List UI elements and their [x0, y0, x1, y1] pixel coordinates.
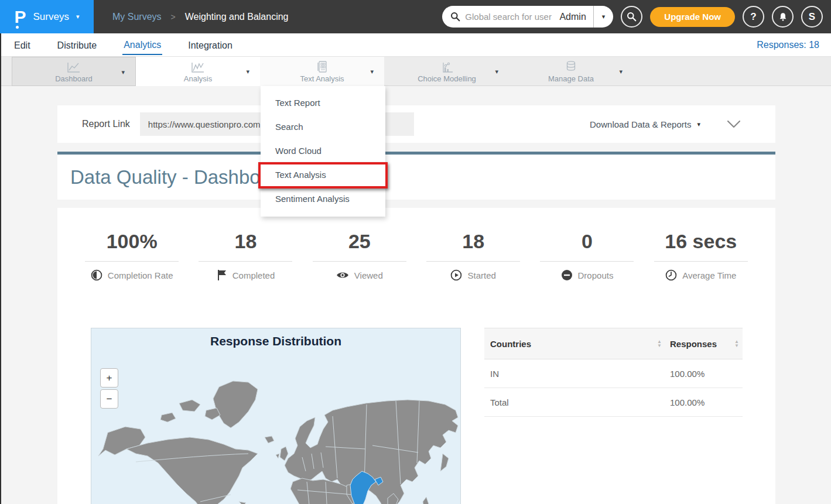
stat-value: 100%	[107, 230, 158, 253]
menu-item-text-report[interactable]: Text Report	[261, 91, 385, 115]
map-zoom-in-button[interactable]: +	[100, 368, 118, 388]
minus-circle-icon	[561, 269, 573, 281]
tab-text-analysis[interactable]: Text Analysis ▾	[260, 57, 384, 86]
line-chart-icon	[191, 60, 205, 73]
chevron-down-icon[interactable]: ▾	[370, 68, 374, 76]
download-data-reports-button[interactable]: Download Data & Reports	[590, 119, 691, 129]
breadcrumb: My Surveys > Weighting and Balancing	[112, 12, 288, 22]
tab-label: Choice Modelling	[418, 74, 476, 83]
tab-label: Analysis	[184, 74, 212, 83]
responses-cell: 100.00%	[670, 397, 739, 407]
table-row: IN 100.00%	[484, 359, 743, 388]
column-header-responses[interactable]: Responses	[670, 339, 717, 349]
menu-item-search[interactable]: Search	[261, 115, 385, 139]
tab-choice-modelling[interactable]: Choice Modelling ▾	[385, 57, 509, 86]
nav-item-edit[interactable]: Edit	[13, 36, 32, 54]
menu-item-text-analysis[interactable]: Text Analysis	[261, 163, 385, 187]
tab-analysis[interactable]: Analysis ▾	[136, 57, 260, 86]
line-chart-icon	[67, 60, 81, 73]
stat-label: Viewed	[354, 270, 383, 280]
stats-row: 100% Completion Rate 18 Completed 25	[57, 208, 775, 281]
bell-icon	[778, 12, 788, 22]
half-circle-icon	[91, 269, 102, 281]
app-window: P Surveys ▾ My Surveys > Weighting and B…	[0, 0, 831, 504]
stat-value: 18	[462, 230, 484, 253]
map-title: Response Distribution	[91, 334, 460, 348]
stat-value: 16 secs	[665, 230, 737, 253]
stat-value: 18	[235, 230, 257, 253]
stat-value: 25	[348, 230, 371, 253]
column-header-countries[interactable]: Countries	[490, 339, 531, 349]
tab-dashboard[interactable]: Dashboard ▾	[12, 57, 136, 86]
search-button[interactable]	[621, 6, 642, 28]
menu-item-sentiment-analysis[interactable]: Sentiment Analysis	[261, 187, 385, 211]
menu-item-word-cloud[interactable]: Word Cloud	[261, 139, 385, 163]
world-map	[91, 328, 461, 504]
top-header: P Surveys ▾ My Surveys > Weighting and B…	[0, 0, 831, 33]
global-search-input[interactable]	[465, 12, 556, 22]
country-cell: Total	[490, 397, 670, 407]
nav-item-distribute[interactable]: Distribute	[56, 36, 98, 54]
window-left-edge	[0, 33, 1, 504]
notifications-button[interactable]	[772, 6, 794, 28]
tab-label: Manage Data	[548, 74, 594, 83]
response-distribution-map[interactable]: Response Distribution + −	[91, 328, 461, 504]
upgrade-now-button[interactable]: Upgrade Now	[650, 7, 735, 27]
search-icon	[450, 12, 460, 22]
breadcrumb-separator-icon: >	[171, 12, 176, 22]
table-row-total: Total 100.00%	[484, 388, 743, 417]
play-circle-icon	[450, 269, 462, 281]
stat-label: Dropouts	[578, 270, 614, 280]
nav-item-integration[interactable]: Integration	[187, 36, 234, 54]
stat-label: Completion Rate	[108, 270, 173, 280]
chevron-down-icon[interactable]: ▾	[619, 68, 623, 76]
text-document-icon	[316, 60, 329, 73]
chevron-down-icon[interactable]: ▾	[246, 68, 249, 76]
report-link-card: Report Link Download Data & Reports ▾	[57, 105, 775, 143]
nav-item-analytics[interactable]: Analytics	[122, 35, 162, 55]
search-scope-label: Admin	[556, 12, 593, 22]
sort-icon[interactable]: ▲▼	[657, 340, 662, 348]
stat-label: Completed	[232, 270, 275, 280]
page-title-card: Data Quality - Dashboard	[57, 152, 775, 200]
sort-icon[interactable]: ▲▼	[734, 340, 739, 348]
chevron-down-icon[interactable]: ▾	[495, 68, 498, 76]
clock-icon	[665, 269, 677, 281]
country-cell: IN	[490, 369, 670, 379]
global-search: Admin ▾	[442, 6, 613, 28]
search-scope-dropdown-icon[interactable]: ▾	[594, 13, 614, 20]
database-icon	[565, 60, 577, 73]
tab-manage-data[interactable]: Manage Data ▾	[509, 57, 633, 86]
dashboard-stats-card: 100% Completion Rate 18 Completed 25	[57, 208, 775, 504]
text-analysis-menu: Text Report Search Word Cloud Text Analy…	[261, 86, 385, 217]
stat-dropouts: 0 Dropouts	[530, 230, 644, 281]
surveys-menu-button[interactable]: P Surveys ▾	[0, 0, 94, 33]
tab-label: Dashboard	[55, 74, 93, 83]
avatar[interactable]: S	[801, 6, 823, 28]
collapse-chevron-icon[interactable]	[727, 121, 740, 128]
product-label: Surveys	[33, 11, 69, 23]
questionpro-logo-icon: P	[15, 8, 26, 26]
responses-cell: 100.00%	[670, 369, 739, 379]
eye-icon	[336, 269, 349, 281]
responses-count: Responses: 18	[757, 40, 831, 50]
map-zoom-out-button[interactable]: −	[100, 389, 118, 409]
search-icon	[627, 12, 637, 22]
stat-value: 0	[582, 230, 593, 253]
stat-label: Average Time	[682, 270, 736, 280]
flag-icon	[217, 269, 227, 281]
stat-completed: 18 Completed	[189, 230, 302, 281]
stat-viewed: 25 Viewed	[303, 230, 416, 281]
chevron-down-icon: ▾	[76, 13, 80, 20]
chevron-down-icon[interactable]: ▾	[121, 68, 125, 76]
countries-table: Countries ▲▼ Responses ▲▼ IN 100.00% Tot…	[484, 328, 743, 417]
help-button[interactable]: ?	[743, 6, 764, 28]
avatar-initial: S	[809, 11, 815, 23]
stat-average-time: 16 secs Average Time	[644, 230, 758, 281]
stat-completion-rate: 100% Completion Rate	[75, 230, 189, 281]
breadcrumb-my-surveys[interactable]: My Surveys	[112, 12, 162, 22]
stat-label: Started	[467, 270, 495, 280]
breadcrumb-survey-name: Weighting and Balancing	[185, 12, 289, 22]
chevron-down-icon[interactable]: ▾	[697, 121, 700, 128]
scatter-chart-icon	[440, 60, 454, 73]
